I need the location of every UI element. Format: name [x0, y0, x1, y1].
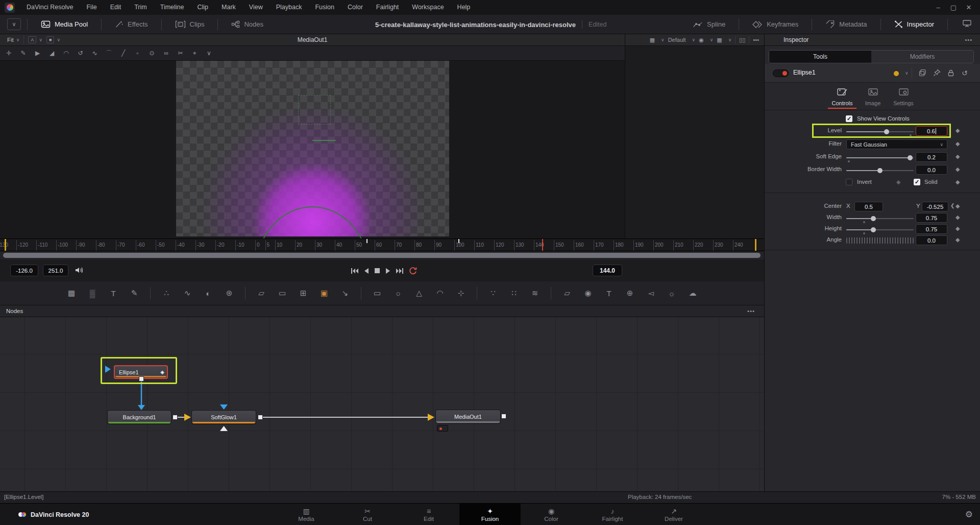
go-to-end-button[interactable] [396, 268, 404, 274]
mediaout1-output-port[interactable] [501, 414, 506, 419]
softglow1-output-port[interactable] [258, 415, 263, 420]
ellipse1-output-port[interactable] [139, 376, 144, 381]
node-softglow1[interactable]: SoftGlow1 [191, 410, 256, 424]
reverse-spline-tool-icon[interactable]: ↺ [74, 47, 87, 59]
angle-value-field[interactable]: 0.0 [916, 235, 947, 245]
border-width-slider[interactable] [846, 170, 914, 171]
invert-checkbox[interactable] [846, 179, 852, 185]
merge-3d-icon[interactable]: ⊕ [622, 285, 638, 301]
bspline-mask-icon[interactable]: ◠ [432, 285, 448, 301]
pemitter-tool-icon[interactable]: ∵ [485, 285, 501, 301]
spotlight-3d-icon[interactable]: ☼ [664, 285, 679, 301]
angle-thumbwheel[interactable] [846, 237, 914, 244]
line-tool-icon[interactable]: ╱ [117, 47, 130, 59]
page-button-cut[interactable]: ✂Cut [337, 504, 398, 525]
color-corrector-tool-icon[interactable]: ⊛ [222, 285, 237, 301]
renderer-3d-icon[interactable]: ☁ [685, 285, 700, 301]
text-view-control-box[interactable] [298, 95, 331, 125]
ellipse-mask-icon[interactable]: ○ [390, 285, 406, 301]
select-points-tool-icon[interactable]: ▶ [31, 47, 44, 59]
page-button-fusion[interactable]: ✦Fusion [459, 504, 521, 525]
panel-button-clips[interactable]: Clips [168, 15, 212, 34]
camera-3d-icon[interactable]: ◅ [643, 285, 658, 301]
page-button-color[interactable]: ◉Color [521, 504, 582, 525]
node-background1[interactable]: Background1 [107, 410, 172, 424]
menu-item-view[interactable]: View [242, 0, 270, 15]
slider-thumb[interactable] [871, 227, 876, 232]
node-color-dot[interactable] [894, 71, 899, 76]
lut-dropdown[interactable]: Default [668, 37, 686, 43]
width-slider[interactable] [846, 218, 914, 219]
tab-modifiers[interactable]: Modifiers [871, 51, 973, 63]
soft-edge-slider[interactable] [846, 157, 914, 158]
corner-point-tool-icon[interactable]: ◢ [45, 47, 58, 59]
app-logo[interactable] [5, 3, 15, 13]
play-button[interactable] [385, 268, 391, 274]
media-in-tool-icon[interactable]: ▣ [316, 285, 332, 301]
menu-item-playback[interactable]: Playback [270, 0, 309, 15]
soft-edge-keyframe-icon[interactable]: ◆ [955, 153, 960, 160]
tools-dropdown-chevron[interactable]: ∨ [203, 47, 215, 59]
arc-tool-icon[interactable]: ⌒ [103, 47, 115, 59]
node-enable-toggle[interactable] [773, 69, 789, 77]
copy-settings-icon[interactable] [919, 69, 926, 78]
inspector-menu[interactable]: ••• [965, 37, 980, 43]
timeline-scrollbar[interactable] [3, 253, 761, 258]
play-reverse-button[interactable] [363, 268, 370, 274]
page-button-fairlight[interactable]: ♪Fairlight [582, 504, 643, 525]
keyframe-prev-icon[interactable]: ❮ [950, 203, 954, 208]
panel-button-effects[interactable]: Effects [108, 15, 155, 34]
height-slider[interactable] [846, 229, 914, 230]
panel-button-keyframes[interactable]: Keyframes [745, 15, 805, 34]
panel-button-metadata[interactable]: Metadata [818, 15, 874, 34]
solid-keyframe-icon[interactable]: ◆ [955, 179, 960, 185]
slider-thumb[interactable] [877, 168, 883, 173]
show-view-controls-checkbox[interactable] [846, 115, 852, 122]
wand-mask-icon[interactable]: ⊹ [453, 285, 469, 301]
image-plane-3d-icon[interactable]: ▱ [559, 285, 575, 301]
saver-tool-icon[interactable]: ▭ [275, 285, 290, 301]
angle-keyframe-icon[interactable]: ◆ [955, 236, 960, 243]
dual-viewer-icon[interactable]: ▯▯ [739, 37, 745, 43]
loop-in-marker[interactable] [5, 239, 6, 251]
filter-dropdown[interactable]: Fast Gaussian ∨ [846, 139, 947, 149]
tab-tools[interactable]: Tools [769, 51, 871, 63]
snap-tool-icon[interactable]: ⌖ [188, 47, 201, 59]
solid-checkbox[interactable] [914, 179, 920, 185]
blur-tool-icon[interactable]: ∴ [159, 285, 174, 301]
panel-button-media-pool[interactable]: Media Pool [34, 15, 95, 34]
pin-icon[interactable] [933, 69, 941, 78]
playhead[interactable] [542, 239, 543, 251]
menu-item-trim[interactable]: Trim [128, 0, 154, 15]
width-keyframe-icon[interactable]: ◆ [955, 214, 960, 221]
viewer-options-menu[interactable]: ••• [753, 37, 759, 43]
time-ruler[interactable]: -130-120-110-100-90-80-70-60-50-40-30-20… [0, 238, 764, 251]
menu-item-workspace[interactable]: Workspace [405, 0, 450, 15]
text-plus-tool-icon[interactable]: T [106, 285, 121, 301]
rectangle-mask-icon[interactable]: ▭ [370, 285, 385, 301]
quick-menu-button[interactable]: ∨ [7, 18, 21, 30]
subtab-settings[interactable]: Settings [888, 87, 919, 106]
loop-out-marker[interactable] [755, 239, 756, 251]
loop-button[interactable] [408, 267, 418, 275]
center-keyframe-icon[interactable]: ◆ [955, 203, 960, 209]
menu-item-davinci-resolve[interactable]: DaVinci Resolve [20, 0, 80, 15]
nodes-panel-menu[interactable]: ••• [747, 308, 764, 314]
loop-in-field[interactable]: -126.0 [10, 265, 38, 276]
reset-icon[interactable]: ↺ [962, 69, 968, 77]
color-curves-tool-icon[interactable]: ∿ [180, 285, 195, 301]
chevron-down-icon[interactable]: ∨ [905, 70, 909, 76]
menu-item-file[interactable]: File [80, 0, 103, 15]
page-button-deliver[interactable]: ↗Deliver [643, 504, 704, 525]
center-y-field[interactable]: -0.525 [922, 202, 948, 211]
zoom-mode-dropdown[interactable]: Fit [0, 37, 14, 43]
loop-out-field[interactable]: 251.0 [43, 265, 68, 276]
fill-mode-button[interactable]: ■ [46, 36, 54, 43]
modify-curve-tool-icon[interactable]: ∿ [88, 47, 101, 59]
stop-button[interactable] [374, 268, 380, 274]
pen-tool-icon[interactable]: ✎ [17, 47, 30, 59]
channel-select-button[interactable]: A [28, 36, 36, 43]
smooth-point-tool-icon[interactable]: ◠ [60, 47, 72, 59]
node-editor-canvas[interactable]: Ellipse1 ◈ Background1 SoftGlow1 MediaOu… [0, 317, 764, 491]
current-frame-field[interactable]: 144.0 [593, 265, 622, 276]
